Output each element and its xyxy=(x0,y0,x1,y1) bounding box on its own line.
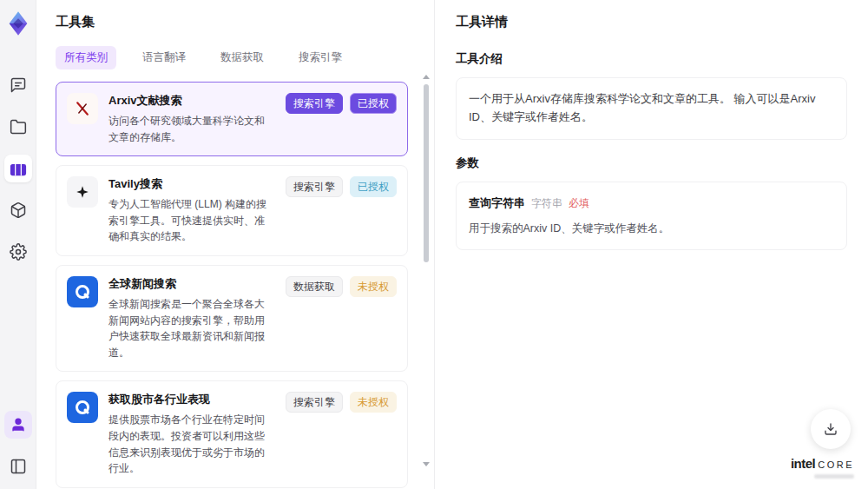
category-tabs: 所有类别 语言翻译 数据获取 搜索引擎 xyxy=(56,46,418,69)
scroll-down-icon[interactable] xyxy=(423,462,430,466)
tool-card-sector-performance[interactable]: 获取股市各行业表现 提供股票市场各个行业在特定时间段内的表现。投资者可以利用这些… xyxy=(56,380,408,487)
intel-core-logo: intelCORE xyxy=(791,456,854,479)
gear-icon xyxy=(10,243,27,261)
sidebar-item-chat[interactable] xyxy=(4,71,32,99)
tool-card-tavily[interactable]: Tavily搜索 专为人工智能代理 (LLM) 构建的搜索引擎工具。可快速提供实… xyxy=(56,165,408,256)
tool-card-arxiv[interactable]: Arxiv文献搜索 访问各个研究领域大量科学论文和文章的存储库。 搜索引擎 已授… xyxy=(56,82,408,156)
intel-logo-text: intel xyxy=(791,456,815,471)
param-type: 字符串 xyxy=(531,195,562,212)
sidebar-item-packages[interactable] xyxy=(4,196,32,224)
scroll-up-icon[interactable] xyxy=(423,75,430,79)
core-logo-text: CORE xyxy=(818,459,854,470)
tab-search-engine[interactable]: 搜索引擎 xyxy=(290,46,351,69)
auth-status-badge: 已授权 xyxy=(350,176,397,197)
sidebar-item-files[interactable] xyxy=(4,113,32,141)
cube-icon xyxy=(10,202,27,219)
user-icon xyxy=(10,417,26,433)
page-title: 工具集 xyxy=(56,14,418,30)
tool-name: 全球新闻搜索 xyxy=(108,276,270,292)
user-avatar[interactable] xyxy=(4,411,32,439)
toolbox-icon xyxy=(10,160,27,177)
arxiv-logo-icon xyxy=(67,93,98,124)
chat-icon xyxy=(10,76,27,94)
intro-card: 一个用于从Arxiv存储库搜索科学论文和文章的工具。 输入可以是Arxiv ID… xyxy=(456,77,847,140)
sidebar-item-settings[interactable] xyxy=(4,238,32,266)
tool-card-global-news[interactable]: 全球新闻搜索 全球新闻搜索是一个聚合全球各大新闻网站内容的搜索引擎，帮助用户快速… xyxy=(56,265,408,372)
sidebar-rail xyxy=(0,0,36,489)
category-badge: 数据获取 xyxy=(286,276,343,297)
tool-description: 全球新闻搜索是一个聚合全球各大新闻网站内容的搜索引擎，帮助用户快速获取全球最新资… xyxy=(108,296,270,360)
tool-description: 专为人工智能代理 (LLM) 构建的搜索引擎工具。可快速提供实时、准确和真实的结… xyxy=(108,196,270,245)
param-card: 查询字符串 字符串 必填 用于搜索的Arxiv ID、关键字或作者姓名。 xyxy=(456,182,847,251)
download-button[interactable] xyxy=(811,409,851,449)
tavily-logo-icon xyxy=(67,176,98,208)
category-badge: 搜索引擎 xyxy=(286,93,343,114)
app-window: 工具集 所有类别 语言翻译 数据获取 搜索引擎 Arxiv文献搜索 访问各个研究… xyxy=(0,0,868,489)
auth-status-badge: 已授权 xyxy=(350,93,397,114)
tool-name: Arxiv文献搜索 xyxy=(108,93,270,109)
stock-search-logo-icon xyxy=(67,392,98,423)
tool-list: Arxiv文献搜索 访问各个研究领域大量科学论文和文章的存储库。 搜索引擎 已授… xyxy=(56,82,418,489)
tab-data-fetch[interactable]: 数据获取 xyxy=(212,46,273,69)
scrollbar-thumb[interactable] xyxy=(424,84,429,262)
tool-description: 提供股票市场各个行业在特定时间段内的表现。投资者可以利用这些信息来识别表现优于或… xyxy=(108,412,270,476)
category-badge: 搜索引擎 xyxy=(286,176,343,197)
sidebar-item-toolbox[interactable] xyxy=(4,155,32,182)
tool-name: 获取股市各行业表现 xyxy=(108,392,270,407)
tool-name: Tavily搜索 xyxy=(108,176,270,192)
collapse-sidebar-button[interactable] xyxy=(4,453,32,480)
intro-text: 一个用于从Arxiv存储库搜索科学论文和文章的工具。 输入可以是Arxiv ID… xyxy=(469,92,815,123)
intro-heading: 工具介绍 xyxy=(456,51,847,67)
intel-logo-subtext xyxy=(814,474,854,479)
tab-all-categories[interactable]: 所有类别 xyxy=(56,46,116,69)
list-scrollbar[interactable] xyxy=(422,75,431,486)
folder-icon xyxy=(10,118,27,135)
details-title: 工具详情 xyxy=(456,14,847,43)
download-icon xyxy=(823,421,838,437)
category-badge: 搜索引擎 xyxy=(286,392,343,413)
param-required-flag: 必填 xyxy=(569,195,589,212)
tab-language-translation[interactable]: 语言翻译 xyxy=(134,46,194,69)
params-heading: 参数 xyxy=(456,155,847,171)
auth-status-badge: 未授权 xyxy=(350,392,397,413)
param-name: 查询字符串 xyxy=(469,195,525,213)
app-logo-icon xyxy=(6,10,30,36)
tool-description: 访问各个研究领域大量科学论文和文章的存储库。 xyxy=(108,113,270,145)
panel-toggle-icon xyxy=(10,458,27,475)
tool-list-panel: 工具集 所有类别 语言翻译 数据获取 搜索引擎 Arxiv文献搜索 访问各个研究… xyxy=(36,0,434,489)
auth-status-badge: 未授权 xyxy=(350,276,397,297)
tool-details-panel: 工具详情 工具介绍 一个用于从Arxiv存储库搜索科学论文和文章的工具。 输入可… xyxy=(434,0,868,489)
news-search-logo-icon xyxy=(67,276,98,307)
param-description: 用于搜索的Arxiv ID、关键字或作者姓名。 xyxy=(469,220,834,237)
